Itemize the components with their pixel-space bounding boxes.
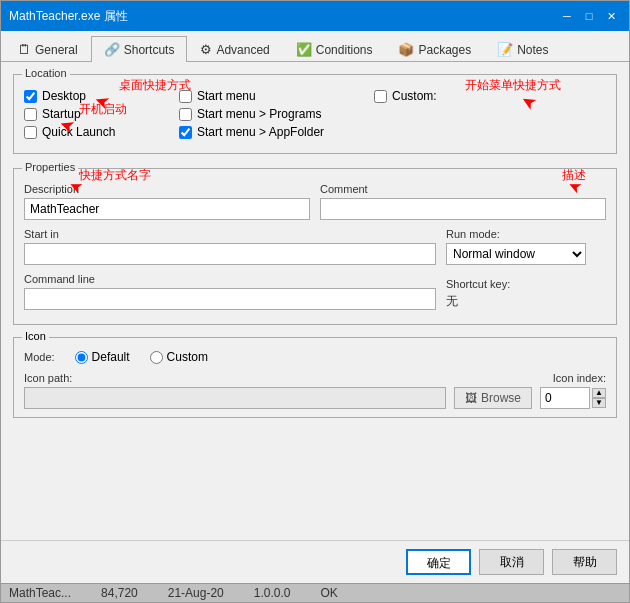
desktop-label[interactable]: Desktop xyxy=(42,89,86,103)
startmenu-app-checkbox[interactable] xyxy=(179,126,192,139)
icon-mode-row: Mode: Default Custom xyxy=(24,350,606,364)
description-col: 快捷方式名字 ➤ Description xyxy=(24,183,310,220)
tab-general[interactable]: 🗒 General xyxy=(5,36,91,62)
minimize-button[interactable]: ─ xyxy=(557,7,577,25)
status-version: 1.0.0.0 xyxy=(254,586,291,600)
startin-label: Start in xyxy=(24,228,436,240)
runmode-select[interactable]: Normal window Minimized Maximized xyxy=(446,243,586,265)
browse-label: Browse xyxy=(481,391,521,405)
default-radio-label[interactable]: Default xyxy=(75,350,130,364)
startmenu-app-label[interactable]: Start menu > AppFolder xyxy=(197,125,324,139)
startmenu-prog-label[interactable]: Start menu > Programs xyxy=(197,107,321,121)
startmenu-app-checkbox-row: Start menu > AppFolder xyxy=(179,125,374,139)
iconpath-input[interactable] xyxy=(24,387,446,409)
comment-annotation: 描述 xyxy=(562,167,586,184)
cmdline-shortcut-row: Command line Shortcut key: 无 xyxy=(24,273,606,310)
tab-advanced[interactable]: ⚙ Advanced xyxy=(187,36,282,62)
quicklaunch-label[interactable]: Quick Launch xyxy=(42,125,115,139)
browse-button[interactable]: 🖼 Browse xyxy=(454,387,532,409)
custom-radio-text: Custom xyxy=(167,350,208,364)
default-radio-text: Default xyxy=(92,350,130,364)
location-grid: Desktop Startup Quick Launch Sta xyxy=(24,89,606,143)
close-button[interactable]: ✕ xyxy=(601,7,621,25)
quicklaunch-checkbox[interactable] xyxy=(24,126,37,139)
startup-checkbox-row: Startup xyxy=(24,107,179,121)
startmenu-checkbox[interactable] xyxy=(179,90,192,103)
shortcutkey-value: 无 xyxy=(446,293,606,310)
tab-conditions[interactable]: ✅ Conditions xyxy=(283,36,386,62)
properties-group: Properties 快捷方式名字 ➤ Description 描述 ➤ Com… xyxy=(13,168,617,325)
packages-tab-label: Packages xyxy=(418,43,471,57)
cmdline-col: Command line xyxy=(24,273,436,310)
statusbar: MathTeac... 84,720 21-Aug-20 1.0.0.0 OK xyxy=(1,583,629,602)
description-input[interactable] xyxy=(24,198,310,220)
desktop-checkbox[interactable] xyxy=(24,90,37,103)
advanced-tab-icon: ⚙ xyxy=(200,42,212,57)
cmdline-input[interactable] xyxy=(24,288,436,310)
spin-up-button[interactable]: ▲ xyxy=(592,388,606,398)
iconpath-col: Icon path: xyxy=(24,372,446,409)
ok-button[interactable]: 确定 xyxy=(406,549,471,575)
cancel-button[interactable]: 取消 xyxy=(479,549,544,575)
desktop-checkbox-row: Desktop xyxy=(24,89,179,103)
custom-radio-label[interactable]: Custom xyxy=(150,350,208,364)
maximize-button[interactable]: □ xyxy=(579,7,599,25)
custom-checkbox-row: Custom: xyxy=(374,89,606,103)
mode-label: Mode: xyxy=(24,351,55,363)
cmdline-label: Command line xyxy=(24,273,436,285)
startmenu-prog-checkbox-row: Start menu > Programs xyxy=(179,107,374,121)
spin-buttons: ▲ ▼ xyxy=(592,388,606,408)
browse-icon: 🖼 xyxy=(465,391,477,405)
status-size: 84,720 xyxy=(101,586,138,600)
general-tab-label: General xyxy=(35,43,78,57)
icon-path-row: Icon path: 🖼 Browse Icon index: ▲ xyxy=(24,372,606,409)
spin-down-button[interactable]: ▼ xyxy=(592,398,606,408)
location-group-title: Location xyxy=(22,67,70,79)
tab-notes[interactable]: 📝 Notes xyxy=(484,36,561,62)
custom-checkbox[interactable] xyxy=(374,90,387,103)
status-status: OK xyxy=(320,586,337,600)
startmenu-label[interactable]: Start menu xyxy=(197,89,256,103)
location-col3: Custom: xyxy=(374,89,606,143)
status-date: 21-Aug-20 xyxy=(168,586,224,600)
default-radio[interactable] xyxy=(75,351,88,364)
conditions-tab-label: Conditions xyxy=(316,43,373,57)
startin-input[interactable] xyxy=(24,243,436,265)
iconindex-col: Icon index: ▲ ▼ xyxy=(540,372,606,409)
shortcutkey-label: Shortcut key: xyxy=(446,278,606,290)
tab-bar: 🗒 General 🔗 Shortcuts ⚙ Advanced ✅ Condi… xyxy=(1,31,629,62)
shortcuts-tab-icon: 🔗 xyxy=(104,42,120,57)
startin-runmode-row: Start in Run mode: Normal window Minimiz… xyxy=(24,228,606,265)
conditions-tab-icon: ✅ xyxy=(296,42,312,57)
tab-packages[interactable]: 📦 Packages xyxy=(385,36,484,62)
startup-label[interactable]: Startup xyxy=(42,107,81,121)
icon-group: Icon Mode: Default Custom Icon path: xyxy=(13,337,617,418)
iconindex-input[interactable] xyxy=(540,387,590,409)
tab-shortcuts[interactable]: 🔗 Shortcuts xyxy=(91,36,188,62)
runmode-label: Run mode: xyxy=(446,228,606,240)
startmenu-checkbox-row: Start menu xyxy=(179,89,374,103)
tab-content: Location 桌面快捷方式 开始菜单快捷方式 开机启动 ➤ ➤ ➤ Desk… xyxy=(1,62,629,540)
custom-label[interactable]: Custom: xyxy=(392,89,437,103)
location-col1: Desktop Startup Quick Launch xyxy=(24,89,179,143)
iconindex-control: ▲ ▼ xyxy=(540,387,606,409)
desc-comment-grid: 快捷方式名字 ➤ Description 描述 ➤ Comment xyxy=(24,183,606,220)
bottom-bar: 确定 取消 帮助 xyxy=(1,540,629,583)
custom-radio[interactable] xyxy=(150,351,163,364)
comment-input[interactable] xyxy=(320,198,606,220)
help-button[interactable]: 帮助 xyxy=(552,549,617,575)
runmode-col: Run mode: Normal window Minimized Maximi… xyxy=(446,228,606,265)
comment-field-label: Comment xyxy=(320,183,606,195)
window-title: MathTeacher.exe 属性 xyxy=(9,8,128,25)
browse-col: 🖼 Browse xyxy=(454,387,532,409)
properties-group-title: Properties xyxy=(22,161,78,173)
notes-tab-label: Notes xyxy=(517,43,548,57)
startmenu-prog-checkbox[interactable] xyxy=(179,108,192,121)
startup-checkbox[interactable] xyxy=(24,108,37,121)
main-window: MathTeacher.exe 属性 ─ □ ✕ 🗒 General 🔗 Sho… xyxy=(0,0,630,603)
icon-group-title: Icon xyxy=(22,330,49,342)
location-group: Location 桌面快捷方式 开始菜单快捷方式 开机启动 ➤ ➤ ➤ Desk… xyxy=(13,74,617,154)
startin-col: Start in xyxy=(24,228,436,265)
iconindex-label: Icon index: xyxy=(540,372,606,384)
quicklaunch-checkbox-row: Quick Launch xyxy=(24,125,179,139)
